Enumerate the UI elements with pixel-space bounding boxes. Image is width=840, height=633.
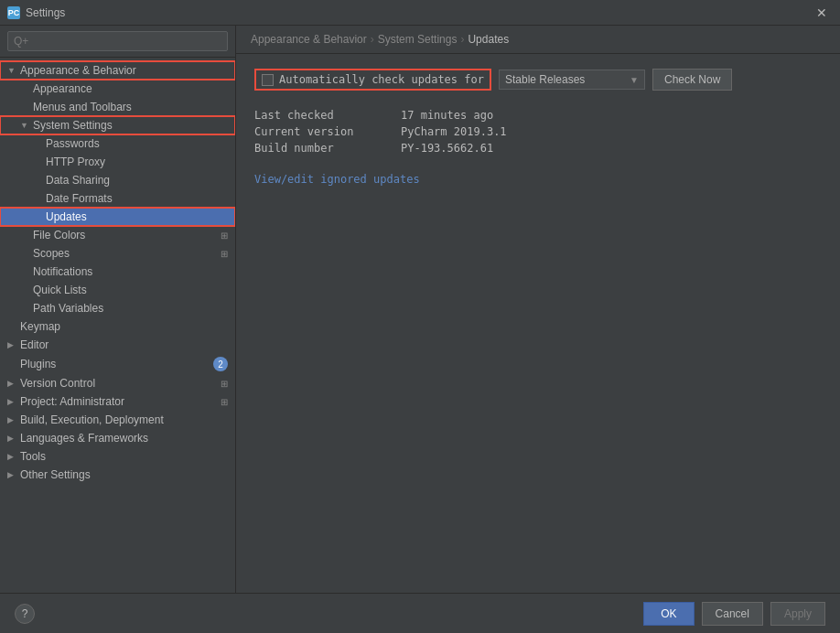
sidebar-item-label: Languages & Frameworks — [20, 432, 228, 445]
info-row-build-number: Build number PY-193.5662.61 — [254, 142, 822, 155]
breadcrumb-part-2: System Settings — [378, 33, 458, 46]
sidebar-item-label: Build, Execution, Deployment — [20, 413, 228, 426]
sidebar-item-passwords[interactable]: Passwords — [0, 134, 235, 153]
sidebar-item-label: Path Variables — [33, 302, 228, 315]
breadcrumb-current: Updates — [468, 33, 509, 46]
plugin-badge: 2 — [213, 357, 228, 371]
sidebar-item-updates[interactable]: Updates — [0, 208, 235, 226]
sidebar-item-label: HTTP Proxy — [46, 156, 228, 168]
sidebar-item-label: Appearance & Behavior — [20, 64, 228, 77]
sidebar-item-quick-lists[interactable]: Quick Lists — [0, 281, 235, 299]
bottom-left: ? — [15, 604, 35, 624]
sidebar-item-file-colors[interactable]: File Colors ⊞ — [0, 226, 235, 244]
sidebar-item-notifications[interactable]: Notifications — [0, 263, 235, 281]
search-input[interactable] — [7, 31, 228, 51]
current-version-value: PyCharm 2019.3.1 — [401, 125, 507, 138]
ok-button[interactable]: OK — [643, 602, 694, 626]
chevron-down-icon: ▼ — [630, 75, 639, 85]
sidebar-item-build-execution[interactable]: ▶ Build, Execution, Deployment — [0, 411, 235, 429]
sidebar-item-label: Keymap — [20, 320, 228, 333]
title-bar: PC Settings ✕ — [0, 0, 840, 26]
breadcrumb: Appearance & Behavior › System Settings … — [236, 26, 840, 54]
last-checked-key: Last checked — [254, 109, 382, 122]
sidebar-item-date-formats[interactable]: Date Formats — [0, 189, 235, 208]
sidebar-item-project-administrator[interactable]: ▶ Project: Administrator ⊞ — [0, 392, 235, 411]
sidebar-item-menus-toolbars[interactable]: Menus and Toolbars — [0, 98, 235, 116]
sidebar-item-label: Date Formats — [46, 192, 228, 205]
sidebar-item-label: Menus and Toolbars — [33, 101, 228, 113]
sidebar-item-appearance[interactable]: Appearance — [0, 80, 235, 98]
sidebar-tree: ▼ Appearance & Behavior Appearance Menus… — [0, 58, 235, 593]
close-button[interactable]: ✕ — [811, 4, 833, 22]
sidebar-item-label: Updates — [46, 210, 228, 223]
dropdown-value: Stable Releases — [505, 73, 585, 86]
sidebar-item-label: Appearance — [33, 82, 228, 95]
sidebar-item-http-proxy[interactable]: HTTP Proxy — [0, 153, 235, 171]
sidebar-item-data-sharing[interactable]: Data Sharing — [0, 171, 235, 189]
auto-check-outline: Automatically check updates for — [254, 69, 491, 91]
sidebar-item-label: Project: Administrator — [20, 395, 217, 408]
sidebar-item-version-control[interactable]: ▶ Version Control ⊞ — [0, 374, 235, 392]
help-button[interactable]: ? — [15, 604, 35, 624]
sidebar-item-label: Version Control — [20, 377, 217, 390]
expand-arrow: ▶ — [7, 340, 20, 349]
settings-icon: ⊞ — [221, 397, 228, 407]
check-now-button[interactable]: Check Now — [652, 69, 732, 91]
cancel-button[interactable]: Cancel — [702, 602, 763, 626]
settings-icon: ⊞ — [221, 379, 228, 389]
sidebar-item-label: Other Settings — [20, 468, 228, 481]
current-version-key: Current version — [254, 125, 382, 138]
sidebar-item-label: Tools — [20, 450, 228, 463]
sidebar-item-tools[interactable]: ▶ Tools — [0, 447, 235, 466]
sidebar-item-editor[interactable]: ▶ Editor — [0, 336, 235, 354]
expand-arrow: ▶ — [7, 470, 20, 479]
sidebar-item-label: Plugins — [20, 358, 210, 370]
breadcrumb-sep-2: › — [460, 33, 464, 46]
main-panel: Appearance & Behavior › System Settings … — [236, 26, 840, 593]
sidebar-item-languages-frameworks[interactable]: ▶ Languages & Frameworks — [0, 429, 235, 447]
sidebar-item-path-variables[interactable]: Path Variables — [0, 299, 235, 317]
bottom-right: OK Cancel Apply — [643, 602, 825, 626]
sidebar-item-label: Quick Lists — [33, 284, 228, 296]
sidebar-item-label: File Colors — [33, 229, 217, 241]
sidebar-item-label: Notifications — [33, 265, 228, 278]
release-type-dropdown[interactable]: Stable Releases ▼ — [499, 70, 645, 90]
breadcrumb-part-1: Appearance & Behavior — [251, 33, 367, 46]
content-area: ▼ Appearance & Behavior Appearance Menus… — [0, 26, 840, 593]
sidebar-item-keymap[interactable]: Keymap — [0, 317, 235, 336]
sidebar: ▼ Appearance & Behavior Appearance Menus… — [0, 26, 236, 593]
expand-arrow: ▶ — [7, 397, 20, 406]
expand-arrow: ▼ — [7, 66, 20, 75]
sidebar-item-label: Passwords — [46, 137, 228, 150]
build-number-key: Build number — [254, 142, 382, 155]
sidebar-item-label: Data Sharing — [46, 174, 228, 187]
expand-arrow: ▶ — [7, 452, 20, 461]
bottom-bar: ? OK Cancel Apply — [0, 593, 840, 633]
sidebar-item-system-settings[interactable]: ▼ System Settings — [0, 116, 235, 134]
breadcrumb-sep-1: › — [371, 33, 374, 46]
sidebar-item-label: Scopes — [33, 247, 217, 260]
window-title: Settings — [26, 6, 65, 19]
expand-arrow: ▶ — [7, 434, 20, 443]
info-row-last-checked: Last checked 17 minutes ago — [254, 109, 822, 122]
settings-icon: ⊞ — [221, 231, 228, 241]
sidebar-item-label: Editor — [20, 338, 228, 351]
info-row-current-version: Current version PyCharm 2019.3.1 — [254, 125, 822, 138]
sidebar-item-appearance-behavior[interactable]: ▼ Appearance & Behavior — [0, 61, 235, 80]
settings-icon: ⊞ — [221, 249, 228, 259]
main-container: ▼ Appearance & Behavior Appearance Menus… — [0, 26, 840, 633]
apply-button[interactable]: Apply — [770, 602, 825, 626]
app-icon: PC — [7, 6, 20, 19]
auto-check-checkbox[interactable] — [262, 74, 274, 86]
auto-check-wrapper: Automatically check updates for — [262, 73, 484, 86]
sidebar-item-label: System Settings — [33, 119, 228, 132]
last-checked-value: 17 minutes ago — [401, 109, 493, 122]
edit-ignored-updates-link[interactable]: View/edit ignored updates — [254, 173, 420, 186]
sidebar-item-scopes[interactable]: Scopes ⊞ — [0, 244, 235, 263]
update-check-row: Automatically check updates for Stable R… — [254, 69, 822, 91]
expand-arrow: ▼ — [20, 121, 33, 130]
info-table: Last checked 17 minutes ago Current vers… — [254, 109, 822, 155]
sidebar-item-plugins[interactable]: Plugins 2 — [0, 354, 235, 374]
auto-check-label: Automatically check updates for — [279, 73, 484, 86]
sidebar-item-other-settings[interactable]: ▶ Other Settings — [0, 466, 235, 484]
